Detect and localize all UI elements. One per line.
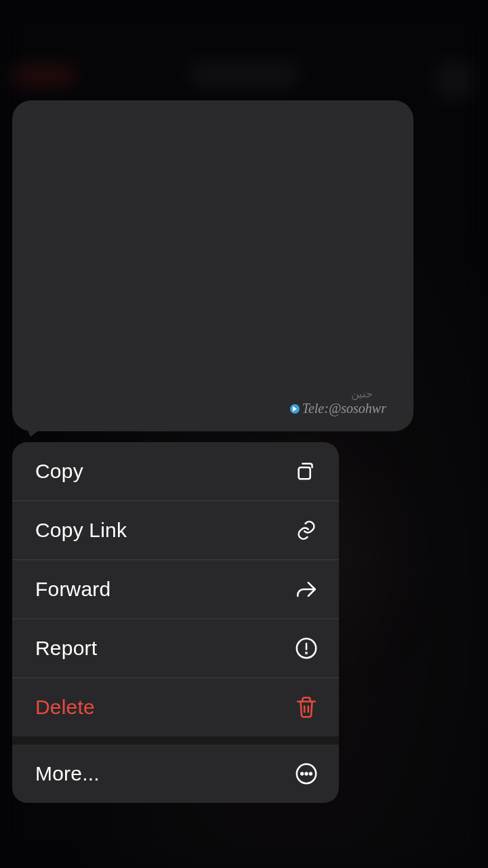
copy-icon [294,459,319,484]
menu-item-more[interactable]: More... [12,745,339,803]
message-preview[interactable]: حنين Tele:@sosohwr [12,100,413,431]
svg-point-3 [306,652,306,653]
menu-group-main: Copy Copy Link Forward [12,442,339,736]
menu-label-copy: Copy [35,460,83,483]
header-title-blur [190,61,298,88]
svg-point-9 [310,773,312,775]
svg-point-7 [301,773,303,775]
menu-item-delete[interactable]: Delete [12,678,339,736]
menu-item-copy[interactable]: Copy [12,442,339,501]
watermark-text: Tele:@sosohwr [302,401,386,416]
svg-point-8 [306,773,308,775]
menu-group-more: More... [12,745,339,803]
menu-separator [12,736,339,745]
header-badge-blur [14,64,75,86]
alert-icon [294,636,319,660]
forward-icon [294,577,319,601]
menu-label-report: Report [35,637,97,660]
svg-rect-0 [299,467,310,479]
header-avatar-blur [434,60,474,100]
menu-label-forward: Forward [35,578,110,601]
more-icon [294,762,319,786]
context-menu: Copy Copy Link Forward [12,442,339,803]
menu-label-delete: Delete [35,696,95,719]
watermark-flourish: حنين [351,387,373,400]
telegram-icon [290,404,300,414]
trash-icon [294,695,319,719]
chat-header-blurred [0,27,488,81]
menu-item-forward[interactable]: Forward [12,560,339,619]
menu-item-copy-link[interactable]: Copy Link [12,501,339,560]
menu-item-report[interactable]: Report [12,619,339,678]
link-icon [294,518,319,542]
menu-label-copy-link: Copy Link [35,519,127,542]
menu-label-more: More... [35,762,100,785]
message-watermark: حنين Tele:@sosohwr [290,401,386,416]
